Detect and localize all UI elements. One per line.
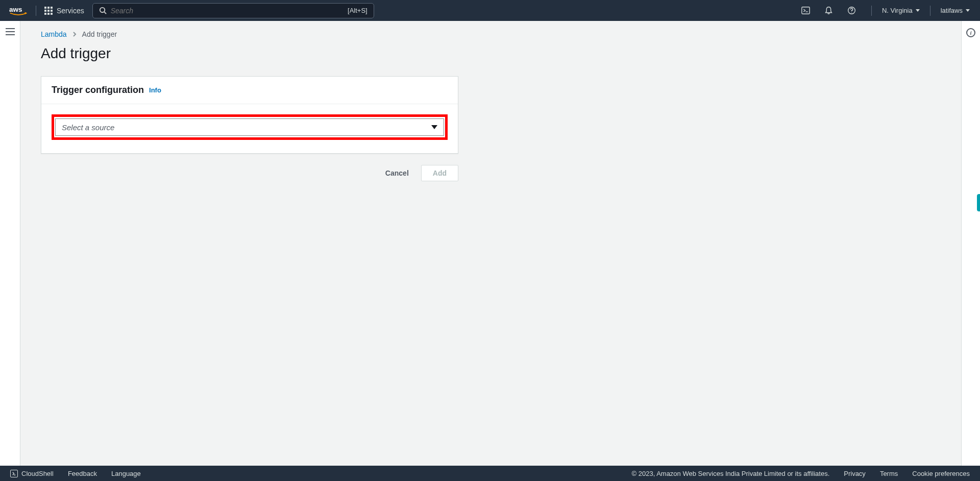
breadcrumb-current: Add trigger [82,30,117,38]
feedback-link[interactable]: Feedback [68,470,97,477]
svg-rect-4 [44,10,46,12]
grid-icon [44,7,53,15]
copyright-text: © 2023, Amazon Web Services India Privat… [632,470,830,477]
svg-rect-9 [51,13,53,15]
aws-logo[interactable]: aws [9,5,28,16]
trigger-configuration-panel: Trigger configuration Info Select a sour… [41,76,458,154]
breadcrumb-lambda[interactable]: Lambda [41,30,67,38]
top-nav: aws Services [Alt+S] [0,0,980,21]
info-link[interactable]: Info [149,86,161,94]
chevron-down-icon [966,9,970,12]
cloudshell-icon[interactable] [801,6,810,15]
page-title: Add trigger [41,45,941,62]
svg-rect-2 [47,7,50,9]
svg-rect-6 [51,10,53,12]
info-panel-toggle[interactable]: i [966,28,975,37]
svg-text:aws: aws [9,5,22,13]
add-button[interactable]: Add [421,165,458,181]
footer: CloudShell Feedback Language © 2023, Ama… [0,466,980,481]
source-select[interactable]: Select a source [55,118,444,136]
help-icon[interactable] [847,6,856,15]
source-select-placeholder: Select a source [62,123,114,132]
svg-rect-7 [44,13,46,15]
right-sidebar: i [962,21,980,466]
terms-link[interactable]: Terms [880,470,898,477]
highlight-annotation: Select a source [52,114,448,140]
notifications-icon[interactable] [824,6,833,15]
region-label: N. Virginia [882,7,913,14]
svg-line-11 [104,12,106,14]
svg-rect-3 [51,7,53,9]
svg-point-10 [100,8,105,12]
action-row: Cancel Add [41,165,458,181]
cloudshell-link[interactable]: CloudShell [21,470,54,477]
language-link[interactable]: Language [111,470,141,477]
main-content: Lambda Add trigger Add trigger Trigger c… [20,21,962,466]
services-label: Services [57,7,84,15]
search-icon [99,7,107,14]
search-shortcut-hint: [Alt+S] [348,7,368,14]
region-selector[interactable]: N. Virginia [880,7,922,14]
services-button[interactable]: Services [44,7,84,15]
svg-rect-5 [47,10,50,12]
main-region: Lambda Add trigger Add trigger Trigger c… [0,21,980,466]
nav-divider [930,6,930,16]
cancel-button[interactable]: Cancel [380,165,414,181]
caret-down-icon [431,125,437,129]
breadcrumb: Lambda Add trigger [41,30,941,38]
left-sidebar [0,21,20,466]
svg-point-15 [851,12,852,13]
search-box[interactable]: [Alt+S] [92,3,374,18]
panel-body: Select a source [41,104,458,153]
svg-rect-1 [44,7,46,9]
account-label: latifaws [941,7,963,14]
cookie-preferences-link[interactable]: Cookie preferences [912,470,970,477]
privacy-link[interactable]: Privacy [844,470,866,477]
panel-header-title: Trigger configuration [52,85,144,95]
panel-header: Trigger configuration Info [41,77,458,104]
account-selector[interactable]: latifaws [939,7,972,14]
chevron-right-icon [72,30,77,38]
menu-toggle[interactable] [6,28,15,35]
search-input[interactable] [111,7,325,15]
nav-divider [871,6,872,16]
chevron-down-icon [916,9,920,12]
cloudshell-footer-icon[interactable] [10,470,18,477]
feedback-tab[interactable] [977,194,980,211]
nav-divider [36,6,36,16]
svg-rect-8 [47,13,50,15]
